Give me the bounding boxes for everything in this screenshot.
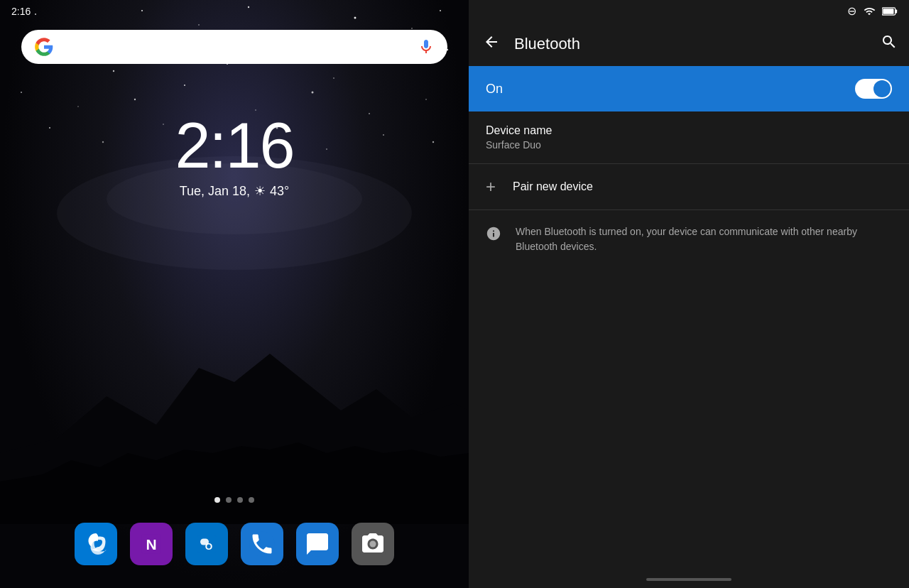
page-dot-2[interactable] xyxy=(226,497,232,503)
app-messages[interactable] xyxy=(296,523,339,565)
wifi-icon xyxy=(862,6,876,17)
bluetooth-header: Bluetooth xyxy=(469,22,909,66)
app-camera[interactable] xyxy=(352,523,394,565)
page-dot-3[interactable] xyxy=(237,497,243,503)
bluetooth-panel: ⊖ Bluetooth On De xyxy=(469,0,909,588)
bluetooth-toggle[interactable] xyxy=(855,79,892,99)
weather-icon: ☀ xyxy=(254,183,266,199)
search-bar[interactable] xyxy=(21,30,447,64)
page-dot-4[interactable] xyxy=(249,497,254,503)
svg-point-24 xyxy=(425,99,427,100)
info-icon xyxy=(486,226,501,245)
svg-point-18 xyxy=(77,106,79,107)
mountain-silhouette xyxy=(0,311,469,524)
toggle-label: On xyxy=(486,82,503,97)
app-phone[interactable] xyxy=(241,523,283,565)
svg-text:N: N xyxy=(146,536,156,552)
svg-point-45 xyxy=(370,541,376,548)
app-edge[interactable] xyxy=(75,523,117,565)
svg-point-7 xyxy=(411,28,413,29)
clock-date: Tue, Jan 18, ☀ 43° xyxy=(180,183,290,199)
svg-point-10 xyxy=(113,70,114,72)
search-button[interactable] xyxy=(881,33,898,55)
nav-bar xyxy=(469,578,909,581)
status-bar-right: ⊖ xyxy=(469,0,909,22)
device-name-label: Device name xyxy=(486,124,892,137)
svg-text:O: O xyxy=(205,541,213,552)
bluetooth-title: Bluetooth xyxy=(514,35,869,53)
google-logo xyxy=(34,37,54,57)
app-outlook[interactable]: O xyxy=(185,523,228,565)
app-onenote[interactable]: N xyxy=(130,523,173,565)
svg-point-19 xyxy=(134,99,136,100)
do-not-disturb-icon: ⊖ xyxy=(847,4,856,18)
svg-rect-48 xyxy=(896,9,898,13)
svg-point-20 xyxy=(184,85,185,86)
svg-point-3 xyxy=(198,24,200,26)
temperature: 43° xyxy=(270,184,289,199)
battery-icon xyxy=(882,6,898,16)
mic-icon xyxy=(418,38,435,55)
nav-pill xyxy=(646,578,731,581)
clock-date-text: Tue, Jan 18, xyxy=(180,184,250,199)
clock-time: 2:16 xyxy=(175,114,293,178)
back-button[interactable] xyxy=(480,31,503,58)
bluetooth-toggle-row[interactable]: On xyxy=(469,66,909,111)
info-row: When Bluetooth is turned on, your device… xyxy=(469,210,909,268)
toggle-thumb xyxy=(873,80,891,97)
page-dot-1[interactable] xyxy=(214,497,220,503)
page-indicators xyxy=(0,497,469,503)
app-dock: N O xyxy=(0,514,469,574)
pair-new-device-row[interactable]: + Pair new device xyxy=(469,164,909,210)
svg-point-14 xyxy=(333,77,334,79)
device-name-value: Surface Duo xyxy=(486,139,892,151)
status-time-left: 2:16 xyxy=(11,6,31,17)
status-bar-left: 2:16 xyxy=(0,0,469,23)
svg-rect-47 xyxy=(883,9,893,14)
svg-point-17 xyxy=(21,92,22,93)
plus-icon: + xyxy=(486,177,496,197)
svg-point-22 xyxy=(312,92,314,94)
clock-area: 2:16 Tue, Jan 18, ☀ 43° xyxy=(0,114,469,199)
device-name-row[interactable]: Device name Surface Duo xyxy=(469,111,909,164)
info-text: When Bluetooth is turned on, your device… xyxy=(516,224,892,254)
pair-label: Pair new device xyxy=(513,180,593,193)
